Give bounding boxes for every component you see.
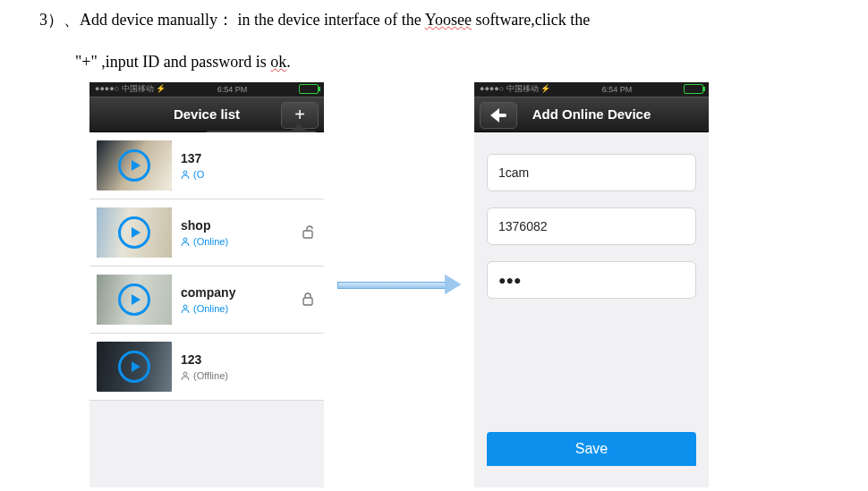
person-icon (181, 170, 190, 179)
device-list: 137 (O shop (Online) (89, 132, 324, 487)
device-status: (O (181, 169, 204, 180)
save-button[interactable]: Save (487, 432, 696, 466)
doc-period: . (286, 53, 291, 71)
device-name: shop (181, 218, 228, 233)
device-id-field[interactable]: 1376082 (487, 207, 696, 245)
play-icon (118, 149, 150, 182)
device-name-value: 1cam (498, 165, 529, 180)
svg-point-2 (183, 238, 187, 241)
back-arrow-icon (490, 111, 506, 120)
doc-line1-prefix: 3）、Add device manually： in the device in… (39, 11, 425, 29)
person-icon (181, 371, 190, 380)
page-title: Device list (174, 106, 240, 122)
svg-point-1 (183, 171, 187, 174)
lock-icon (301, 292, 315, 306)
phone-add-device: ●●●●○ 中国移动 ⚡ 6:54 PM Add Online Device 1… (474, 82, 709, 487)
device-thumbnail (97, 342, 172, 392)
unlock-icon (301, 224, 315, 239)
figure-row: ●●●●○ 中国移动 ⚡ 6:54 PM Device list + Smart… (0, 75, 868, 487)
header-bar: Add Online Device (474, 97, 709, 132)
device-row[interactable]: 137 (O (89, 132, 324, 199)
device-name-field[interactable]: 1cam (487, 154, 696, 191)
status-time: 6:54 PM (217, 85, 248, 94)
add-device-form: 1cam 1376082 ●●● Save (474, 132, 709, 487)
svg-point-6 (183, 372, 187, 376)
status-carrier: ●●●●○ 中国移动 ⚡ (95, 83, 166, 95)
doc-word-ok: ok (270, 53, 286, 71)
device-row[interactable]: company (Online) (89, 267, 324, 334)
status-right (684, 84, 703, 94)
device-row[interactable]: 123 (Offline) (89, 334, 324, 401)
battery-icon (299, 84, 319, 94)
device-status: (Online) (181, 303, 235, 314)
doc-line2-prefix: "+" ,input ID and password is (75, 53, 270, 71)
right-arrow-icon (337, 278, 461, 291)
header-bar: Device list + (89, 97, 324, 132)
person-icon (181, 304, 190, 313)
doc-word-yoosee: Yoosee (425, 11, 472, 29)
device-name: 137 (181, 151, 204, 165)
doc-line1-suffix: software,click the (472, 11, 590, 29)
status-carrier: ●●●●○ 中国移动 ⚡ (480, 83, 550, 95)
device-password-value: ●●● (498, 273, 521, 287)
device-thumbnail (97, 140, 172, 190)
device-row[interactable]: shop (Online) (89, 199, 324, 267)
status-bar: ●●●●○ 中国移动 ⚡ 6:54 PM (89, 82, 324, 97)
page-title: Add Online Device (532, 106, 651, 122)
device-thumbnail (97, 207, 172, 258)
person-icon (181, 237, 190, 246)
play-icon (118, 351, 150, 383)
battery-icon (684, 84, 703, 94)
svg-rect-3 (303, 231, 312, 238)
svg-rect-5 (303, 298, 312, 305)
device-status: (Offline) (181, 370, 228, 381)
device-thumbnail (97, 275, 172, 325)
instruction-text: 3）、Add device manually： in the device in… (0, 0, 868, 75)
status-bar: ●●●●○ 中国移动 ⚡ 6:54 PM (474, 82, 709, 97)
save-label: Save (575, 441, 608, 457)
device-name: 123 (181, 352, 228, 367)
status-right (299, 84, 319, 94)
device-id-value: 1376082 (498, 219, 548, 233)
back-button[interactable] (480, 102, 517, 129)
play-icon (118, 216, 150, 249)
device-status: (Online) (181, 236, 228, 247)
status-time: 6:54 PM (602, 85, 633, 94)
arrow-between (333, 82, 465, 487)
phone-device-list: ●●●●○ 中国移动 ⚡ 6:54 PM Device list + Smart… (89, 82, 324, 487)
play-icon (118, 284, 150, 316)
svg-point-4 (183, 305, 187, 309)
device-name: company (181, 285, 235, 300)
device-password-field[interactable]: ●●● (487, 261, 696, 299)
